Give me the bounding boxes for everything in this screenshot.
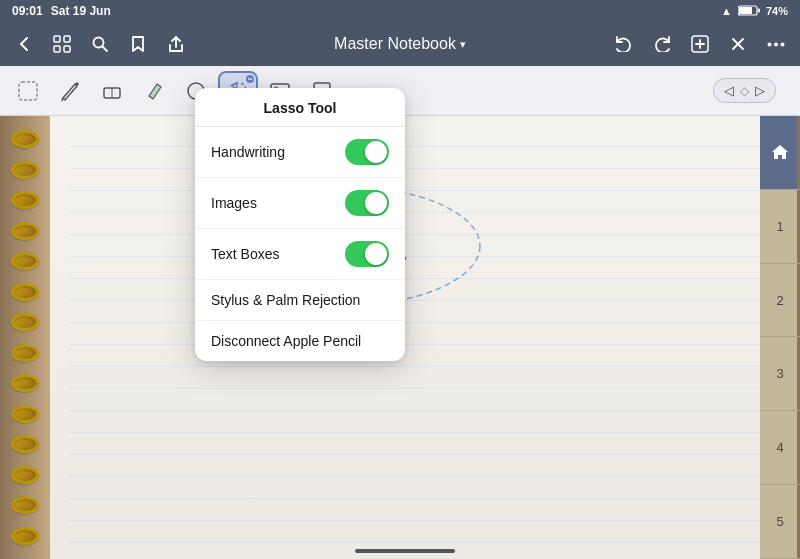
page-tabs: 1 2 3 4 5	[760, 116, 800, 559]
page-line	[70, 366, 760, 367]
popup-stylus-label: Stylus & Palm Rejection	[211, 292, 360, 308]
spiral-ring	[11, 130, 39, 148]
share-button[interactable]	[160, 28, 192, 60]
main-toolbar: Master Notebook ▾	[0, 22, 800, 66]
tab-4[interactable]: 4	[760, 411, 800, 485]
tab-2-label: 2	[776, 293, 783, 308]
home-tab[interactable]	[760, 116, 800, 190]
spiral-ring	[11, 405, 39, 423]
page-line	[70, 498, 760, 499]
popup-images-label: Images	[211, 195, 257, 211]
undo-button[interactable]	[608, 28, 640, 60]
spiral-ring	[11, 252, 39, 270]
back-button[interactable]	[8, 28, 40, 60]
svg-point-16	[781, 42, 785, 46]
more-button[interactable]	[760, 28, 792, 60]
battery-icon	[738, 5, 760, 18]
spiral-binding	[0, 116, 50, 559]
highlighter-tool-button[interactable]	[134, 71, 174, 111]
tab-4-label: 4	[776, 440, 783, 455]
page-nav-button[interactable]: ◁ ◇ ▷	[713, 78, 776, 103]
prev-page-icon: ◁	[724, 83, 734, 98]
spiral-ring	[11, 161, 39, 179]
page-line	[70, 410, 760, 411]
lasso-popup-menu: Lasso Tool Handwriting Images Text Boxes…	[195, 88, 405, 361]
date: Sat 19 Jun	[51, 4, 111, 18]
select-tool-button[interactable]	[8, 71, 48, 111]
handwriting-toggle[interactable]	[345, 139, 389, 165]
search-button[interactable]	[84, 28, 116, 60]
page-line	[70, 476, 760, 477]
svg-rect-17	[19, 82, 37, 100]
popup-item-textboxes[interactable]: Text Boxes	[195, 229, 405, 280]
status-left: 09:01 Sat 19 Jun	[12, 4, 111, 18]
grid-button[interactable]	[46, 28, 78, 60]
add-page-button[interactable]	[684, 28, 716, 60]
tab-5-label: 5	[776, 514, 783, 529]
spiral-ring	[11, 344, 39, 362]
popup-item-disconnect[interactable]: Disconnect Apple Pencil	[195, 321, 405, 361]
svg-line-8	[103, 47, 108, 52]
textboxes-toggle[interactable]	[345, 241, 389, 267]
images-toggle[interactable]	[345, 190, 389, 216]
spiral-ring	[11, 374, 39, 392]
tab-3[interactable]: 3	[760, 337, 800, 411]
spiral-ring	[11, 313, 39, 331]
svg-line-18	[62, 98, 63, 101]
tab-1-label: 1	[776, 219, 783, 234]
svg-rect-5	[54, 46, 60, 52]
time: 09:01	[12, 4, 43, 18]
svg-rect-2	[758, 8, 760, 12]
page-line	[70, 520, 760, 521]
tab-5[interactable]: 5	[760, 485, 800, 559]
tab-1[interactable]: 1	[760, 190, 800, 264]
spiral-ring	[11, 466, 39, 484]
eraser-tool-button[interactable]	[92, 71, 132, 111]
svg-rect-4	[64, 36, 70, 42]
battery-percent: 74%	[766, 5, 788, 17]
popup-item-images[interactable]: Images	[195, 178, 405, 229]
svg-point-15	[774, 42, 778, 46]
page-indicator: ◇	[740, 84, 749, 98]
page-line	[70, 322, 760, 323]
popup-item-handwriting[interactable]: Handwriting	[195, 127, 405, 178]
popup-disconnect-label: Disconnect Apple Pencil	[211, 333, 361, 349]
next-page-icon: ▷	[755, 83, 765, 98]
notebook-title-text: Master Notebook	[334, 35, 456, 53]
popup-textboxes-label: Text Boxes	[211, 246, 279, 262]
svg-point-22	[233, 84, 237, 88]
wifi-icon: ▲	[721, 5, 732, 17]
svg-point-14	[768, 42, 772, 46]
toolbar-right	[608, 28, 792, 60]
pen-tool-button[interactable]	[50, 71, 90, 111]
svg-rect-1	[739, 7, 752, 14]
tab-2[interactable]: 2	[760, 264, 800, 338]
toolbar-center: Master Notebook ▾	[196, 35, 604, 53]
spiral-ring	[11, 222, 39, 240]
status-bar: 09:01 Sat 19 Jun ▲ 74%	[0, 0, 800, 22]
spiral-ring	[11, 527, 39, 545]
page-line	[70, 146, 760, 147]
notebook-title[interactable]: Master Notebook ▾	[334, 35, 466, 53]
home-indicator	[355, 549, 455, 553]
spiral-ring	[11, 283, 39, 301]
page-line	[70, 388, 760, 389]
page-line	[70, 344, 760, 345]
notebook-page	[50, 116, 760, 559]
redo-button[interactable]	[646, 28, 678, 60]
status-right: ▲ 74%	[721, 5, 788, 18]
popup-title: Lasso Tool	[195, 88, 405, 127]
chevron-down-icon: ▾	[460, 38, 466, 51]
spiral-ring	[11, 191, 39, 209]
spiral-ring	[11, 496, 39, 514]
page-line	[70, 432, 760, 433]
page-line	[70, 454, 760, 455]
popup-handwriting-label: Handwriting	[211, 144, 285, 160]
tab-3-label: 3	[776, 366, 783, 381]
close-button[interactable]	[722, 28, 754, 60]
popup-item-stylus[interactable]: Stylus & Palm Rejection	[195, 280, 405, 321]
svg-rect-3	[54, 36, 60, 42]
bookmark-button[interactable]	[122, 28, 154, 60]
spiral-ring	[11, 435, 39, 453]
toolbar-left	[8, 28, 192, 60]
